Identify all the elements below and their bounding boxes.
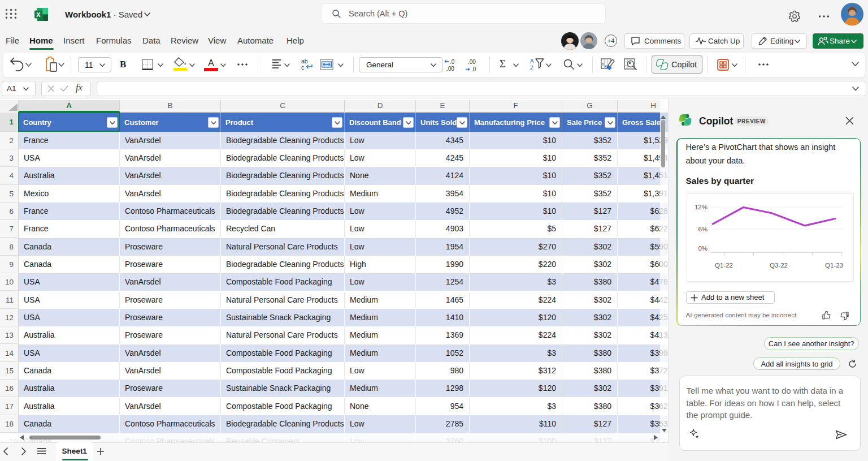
svg-text:6%: 6% [698, 226, 708, 232]
svg-text:A: A [530, 58, 534, 64]
svg-text:0%: 0% [698, 245, 708, 252]
svg-text:Q3-22: Q3-22 [770, 262, 788, 269]
svg-text:Q1-22: Q1-22 [715, 262, 733, 269]
svg-text:.00: .00 [446, 66, 454, 72]
svg-text:.0: .0 [471, 66, 476, 72]
svg-text:Q1-23: Q1-23 [825, 262, 843, 269]
svg-text:X: X [36, 11, 41, 18]
svg-text:.00: .00 [468, 59, 476, 65]
svg-text:c: c [301, 64, 304, 71]
svg-text:.0: .0 [450, 59, 455, 65]
svg-text:Z: Z [530, 65, 533, 71]
svg-text:12%: 12% [694, 204, 707, 210]
